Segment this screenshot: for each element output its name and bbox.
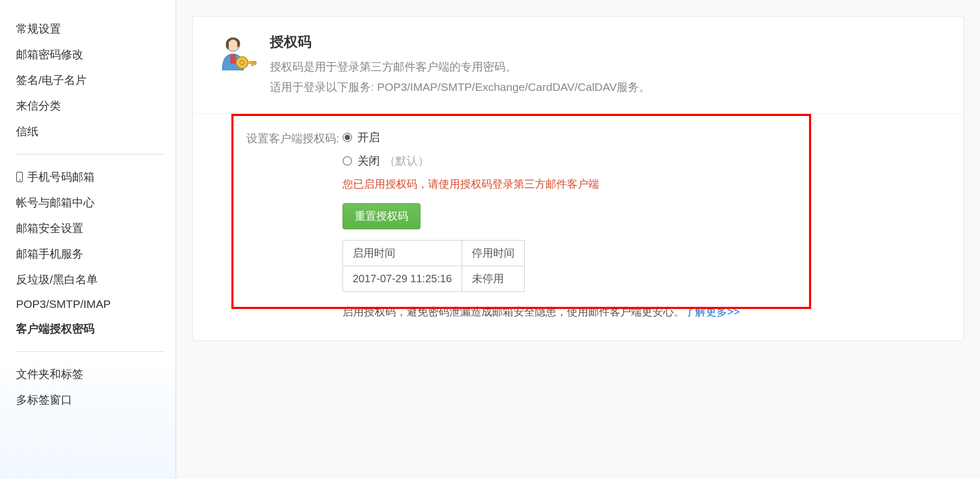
card-title: 授权码 <box>270 33 650 51</box>
nav-general-settings[interactable]: 常规设置 <box>16 16 165 42</box>
nav-phone-mailbox[interactable]: 手机号码邮箱 <box>16 164 165 190</box>
nav-mobile-service[interactable]: 邮箱手机服务 <box>16 241 165 267</box>
svg-rect-6 <box>254 61 256 65</box>
user-key-icon <box>214 33 257 75</box>
card-desc-2: 适用于登录以下服务: POP3/IMAP/SMTP/Exchange/CardD… <box>270 77 650 97</box>
learn-more-link[interactable]: 了解更多>> <box>685 306 740 318</box>
radio-off-label: 关闭 <box>357 153 380 168</box>
main-content: 授权码 授权码是用于登录第三方邮件客户端的专用密码。 适用于登录以下服务: PO… <box>176 0 980 479</box>
nav-pop3-smtp-imap[interactable]: POP3/SMTP/IMAP <box>16 292 165 316</box>
svg-point-2 <box>236 57 248 68</box>
svg-rect-1 <box>230 54 236 64</box>
nav-password-change[interactable]: 邮箱密码修改 <box>16 42 165 67</box>
nav-signature[interactable]: 签名/电子名片 <box>16 67 165 93</box>
nav-account-center[interactable]: 帐号与邮箱中心 <box>16 190 165 215</box>
nav-mail-classify[interactable]: 来信分类 <box>16 93 165 119</box>
nav-security-settings[interactable]: 邮箱安全设置 <box>16 215 165 241</box>
sidebar: 常规设置 邮箱密码修改 签名/电子名片 来信分类 信纸 手机号码邮箱 帐号与邮箱… <box>0 0 176 479</box>
reset-auth-button[interactable]: 重置授权码 <box>343 203 421 229</box>
th-disable-time: 停用时间 <box>462 240 524 266</box>
nav-client-auth-password[interactable]: 客户端授权密码 <box>16 316 165 342</box>
nav-folders-labels[interactable]: 文件夹和标签 <box>16 361 165 387</box>
td-disable-time: 未停用 <box>462 266 524 291</box>
auth-code-card: 授权码 授权码是用于登录第三方邮件客户端的专用密码。 适用于登录以下服务: PO… <box>192 16 964 341</box>
radio-on-label: 开启 <box>357 130 380 145</box>
th-enable-time: 启用时间 <box>343 240 462 266</box>
nav-antispam[interactable]: 反垃圾/黑白名单 <box>16 267 165 292</box>
svg-rect-5 <box>252 61 253 66</box>
card-header: 授权码 授权码是用于登录第三方邮件客户端的专用密码。 适用于登录以下服务: PO… <box>193 17 963 114</box>
radio-default-hint: （默认） <box>384 153 429 168</box>
card-desc-1: 授权码是用于登录第三方邮件客户端的专用密码。 <box>270 57 650 77</box>
form-label: 设置客户端授权码: <box>214 130 343 146</box>
warning-text: 您已启用授权码，请使用授权码登录第三方邮件客户端 <box>343 177 942 191</box>
td-enable-time: 2017-07-29 11:25:16 <box>343 266 462 291</box>
radio-on[interactable] <box>343 133 352 142</box>
card-body: 设置客户端授权码: 开启 关闭 （默认） 您已启用授权码，请使用授权码登录第三方… <box>193 114 963 341</box>
nav-stationery[interactable]: 信纸 <box>16 119 165 144</box>
divider <box>16 351 165 352</box>
nav-multi-tab-window[interactable]: 多标签窗口 <box>16 387 165 413</box>
phone-icon <box>16 172 23 182</box>
radio-off[interactable] <box>343 156 352 166</box>
time-table: 启用时间 停用时间 2017-07-29 11:25:16 未停用 <box>343 240 525 292</box>
divider <box>16 154 165 154</box>
hint-text: 启用授权码，避免密码泄漏造成邮箱安全隐患，使用邮件客户端更安心。了解更多>> <box>343 305 942 319</box>
